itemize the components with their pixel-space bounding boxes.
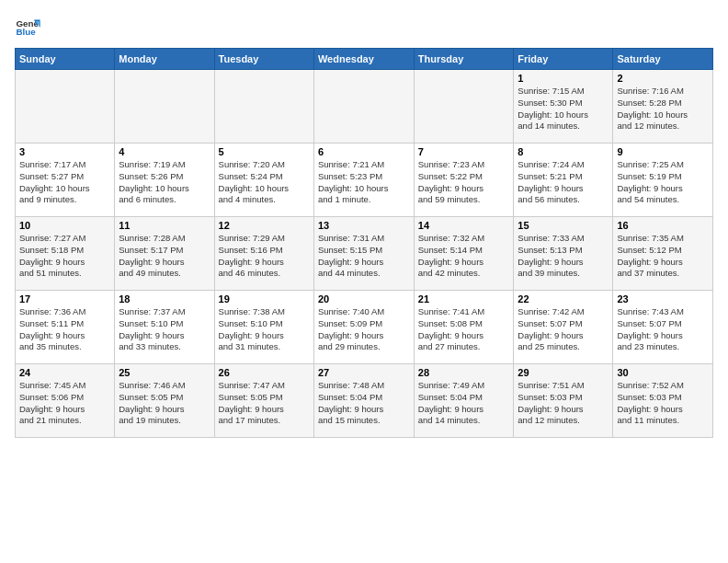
- calendar-cell: [115, 70, 214, 144]
- day-info: Sunrise: 7:36 AMSunset: 5:11 PMDaylight:…: [19, 306, 110, 353]
- day-info: Sunrise: 7:33 AMSunset: 5:13 PMDaylight:…: [518, 233, 609, 280]
- calendar-cell: 27Sunrise: 7:48 AMSunset: 5:04 PMDayligh…: [313, 364, 414, 438]
- calendar-cell: 21Sunrise: 7:41 AMSunset: 5:08 PMDayligh…: [414, 291, 514, 364]
- day-number: 11: [119, 220, 210, 231]
- calendar-cell: 14Sunrise: 7:32 AMSunset: 5:14 PMDayligh…: [414, 217, 514, 291]
- calendar-body: 1Sunrise: 7:15 AMSunset: 5:30 PMDaylight…: [16, 70, 713, 438]
- logo-icon: General Blue: [15, 15, 40, 40]
- calendar-table: SundayMondayTuesdayWednesdayThursdayFrid…: [15, 48, 713, 438]
- calendar-week-5: 24Sunrise: 7:45 AMSunset: 5:06 PMDayligh…: [16, 364, 713, 438]
- calendar-cell: 28Sunrise: 7:49 AMSunset: 5:04 PMDayligh…: [414, 364, 514, 438]
- calendar-week-1: 1Sunrise: 7:15 AMSunset: 5:30 PMDaylight…: [16, 70, 713, 144]
- calendar-cell: 10Sunrise: 7:27 AMSunset: 5:18 PMDayligh…: [16, 217, 115, 291]
- day-number: 1: [518, 73, 609, 84]
- header-cell-saturday: Saturday: [613, 49, 713, 70]
- day-info: Sunrise: 7:32 AMSunset: 5:14 PMDaylight:…: [418, 233, 510, 280]
- day-info: Sunrise: 7:27 AMSunset: 5:18 PMDaylight:…: [19, 233, 110, 280]
- day-number: 3: [19, 146, 110, 157]
- day-info: Sunrise: 7:24 AMSunset: 5:21 PMDaylight:…: [518, 159, 609, 206]
- calendar-week-3: 10Sunrise: 7:27 AMSunset: 5:18 PMDayligh…: [16, 217, 713, 291]
- day-info: Sunrise: 7:45 AMSunset: 5:06 PMDaylight:…: [19, 380, 110, 427]
- header-cell-friday: Friday: [514, 49, 613, 70]
- header-cell-thursday: Thursday: [414, 49, 514, 70]
- header-cell-sunday: Sunday: [16, 49, 115, 70]
- day-info: Sunrise: 7:37 AMSunset: 5:10 PMDaylight:…: [119, 306, 210, 353]
- page-header: General Blue: [15, 15, 713, 40]
- day-number: 26: [219, 367, 310, 378]
- day-info: Sunrise: 7:35 AMSunset: 5:12 PMDaylight:…: [617, 233, 709, 280]
- calendar-cell: [214, 70, 313, 144]
- calendar-cell: 15Sunrise: 7:33 AMSunset: 5:13 PMDayligh…: [514, 217, 613, 291]
- logo: General Blue: [15, 15, 40, 40]
- calendar-cell: 6Sunrise: 7:21 AMSunset: 5:23 PMDaylight…: [313, 144, 414, 217]
- day-info: Sunrise: 7:43 AMSunset: 5:07 PMDaylight:…: [617, 306, 709, 353]
- calendar-cell: 5Sunrise: 7:20 AMSunset: 5:24 PMDaylight…: [214, 144, 313, 217]
- calendar-cell: 20Sunrise: 7:40 AMSunset: 5:09 PMDayligh…: [313, 291, 414, 364]
- calendar-cell: 24Sunrise: 7:45 AMSunset: 5:06 PMDayligh…: [16, 364, 115, 438]
- calendar-cell: 26Sunrise: 7:47 AMSunset: 5:05 PMDayligh…: [214, 364, 313, 438]
- svg-text:Blue: Blue: [16, 27, 36, 37]
- day-number: 7: [418, 146, 510, 157]
- day-number: 30: [617, 367, 709, 378]
- day-number: 21: [418, 293, 510, 304]
- day-info: Sunrise: 7:49 AMSunset: 5:04 PMDaylight:…: [418, 380, 510, 427]
- day-number: 10: [19, 220, 110, 231]
- day-number: 23: [617, 293, 709, 304]
- calendar-cell: 7Sunrise: 7:23 AMSunset: 5:22 PMDaylight…: [414, 144, 514, 217]
- day-info: Sunrise: 7:23 AMSunset: 5:22 PMDaylight:…: [418, 159, 510, 206]
- day-number: 8: [518, 146, 609, 157]
- day-info: Sunrise: 7:48 AMSunset: 5:04 PMDaylight:…: [318, 380, 410, 427]
- calendar-cell: [313, 70, 414, 144]
- calendar-cell: 23Sunrise: 7:43 AMSunset: 5:07 PMDayligh…: [613, 291, 713, 364]
- calendar-cell: 17Sunrise: 7:36 AMSunset: 5:11 PMDayligh…: [16, 291, 115, 364]
- day-number: 16: [617, 220, 709, 231]
- header-row: SundayMondayTuesdayWednesdayThursdayFrid…: [16, 49, 713, 70]
- day-info: Sunrise: 7:41 AMSunset: 5:08 PMDaylight:…: [418, 306, 510, 353]
- header-cell-tuesday: Tuesday: [214, 49, 313, 70]
- calendar-cell: 18Sunrise: 7:37 AMSunset: 5:10 PMDayligh…: [115, 291, 214, 364]
- calendar-cell: 4Sunrise: 7:19 AMSunset: 5:26 PMDaylight…: [115, 144, 214, 217]
- day-number: 6: [318, 146, 410, 157]
- day-number: 29: [518, 367, 609, 378]
- calendar-cell: 11Sunrise: 7:28 AMSunset: 5:17 PMDayligh…: [115, 217, 214, 291]
- calendar-cell: 1Sunrise: 7:15 AMSunset: 5:30 PMDaylight…: [514, 70, 613, 144]
- day-info: Sunrise: 7:16 AMSunset: 5:28 PMDaylight:…: [617, 86, 709, 132]
- day-info: Sunrise: 7:46 AMSunset: 5:05 PMDaylight:…: [119, 380, 210, 427]
- day-number: 5: [219, 146, 310, 157]
- day-number: 17: [19, 293, 110, 304]
- calendar-header: SundayMondayTuesdayWednesdayThursdayFrid…: [16, 49, 713, 70]
- calendar-cell: 12Sunrise: 7:29 AMSunset: 5:16 PMDayligh…: [214, 217, 313, 291]
- day-number: 22: [518, 293, 609, 304]
- calendar-cell: 16Sunrise: 7:35 AMSunset: 5:12 PMDayligh…: [613, 217, 713, 291]
- calendar-cell: [414, 70, 514, 144]
- calendar-cell: [16, 70, 115, 144]
- calendar-cell: 22Sunrise: 7:42 AMSunset: 5:07 PMDayligh…: [514, 291, 613, 364]
- day-number: 20: [318, 293, 410, 304]
- day-info: Sunrise: 7:15 AMSunset: 5:30 PMDaylight:…: [518, 86, 609, 132]
- day-number: 19: [219, 293, 310, 304]
- day-number: 2: [617, 73, 709, 84]
- calendar-week-2: 3Sunrise: 7:17 AMSunset: 5:27 PMDaylight…: [16, 144, 713, 217]
- day-number: 15: [518, 220, 609, 231]
- day-number: 4: [119, 146, 210, 157]
- header-cell-wednesday: Wednesday: [313, 49, 414, 70]
- day-info: Sunrise: 7:31 AMSunset: 5:15 PMDaylight:…: [318, 233, 410, 280]
- day-info: Sunrise: 7:19 AMSunset: 5:26 PMDaylight:…: [119, 159, 210, 206]
- day-number: 13: [318, 220, 410, 231]
- calendar-cell: 13Sunrise: 7:31 AMSunset: 5:15 PMDayligh…: [313, 217, 414, 291]
- calendar-cell: 2Sunrise: 7:16 AMSunset: 5:28 PMDaylight…: [613, 70, 713, 144]
- day-info: Sunrise: 7:29 AMSunset: 5:16 PMDaylight:…: [219, 233, 310, 280]
- day-info: Sunrise: 7:40 AMSunset: 5:09 PMDaylight:…: [318, 306, 410, 353]
- day-number: 25: [119, 367, 210, 378]
- day-info: Sunrise: 7:38 AMSunset: 5:10 PMDaylight:…: [219, 306, 310, 353]
- day-number: 9: [617, 146, 709, 157]
- day-info: Sunrise: 7:51 AMSunset: 5:03 PMDaylight:…: [518, 380, 609, 427]
- calendar-cell: 19Sunrise: 7:38 AMSunset: 5:10 PMDayligh…: [214, 291, 313, 364]
- day-info: Sunrise: 7:17 AMSunset: 5:27 PMDaylight:…: [19, 159, 110, 206]
- day-info: Sunrise: 7:52 AMSunset: 5:03 PMDaylight:…: [617, 380, 709, 427]
- day-info: Sunrise: 7:28 AMSunset: 5:17 PMDaylight:…: [119, 233, 210, 280]
- calendar-cell: 29Sunrise: 7:51 AMSunset: 5:03 PMDayligh…: [514, 364, 613, 438]
- header-cell-monday: Monday: [115, 49, 214, 70]
- calendar-cell: 9Sunrise: 7:25 AMSunset: 5:19 PMDaylight…: [613, 144, 713, 217]
- day-info: Sunrise: 7:20 AMSunset: 5:24 PMDaylight:…: [219, 159, 310, 206]
